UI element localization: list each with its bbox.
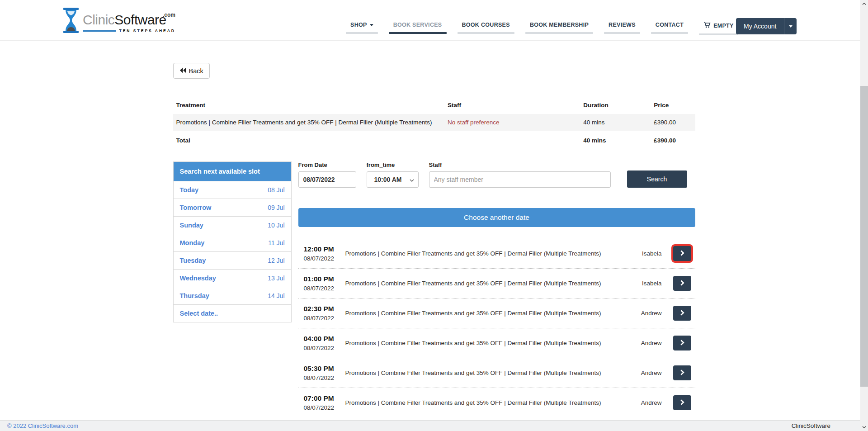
slot-staff: Isabela [642,280,662,287]
chevron-down-icon [370,24,373,26]
slot-row: 04:00 PM 08/07/2022 Promotions | Combine… [298,328,695,358]
slot-row: 07:00 PM 08/07/2022 Promotions | Combine… [298,388,695,417]
chevron-down-icon [789,25,793,28]
back-button[interactable]: Back [173,63,210,79]
brand-software: Software [114,12,166,27]
account-split-button: My Account [736,18,797,34]
slot-search-form: From Date from_time 10:00 AM Staff [298,161,695,188]
sidebar-item-select-date[interactable]: Select date.. [174,304,291,322]
slot-time: 04:00 PM [304,335,344,343]
staff-label: Staff [429,161,611,168]
total-duration: 40 mins [583,131,654,150]
slot-date: 08/07/2022 [304,255,344,262]
sidebar-item-monday[interactable]: Monday 11 Jul [174,234,291,251]
nav-underline [458,32,514,34]
footer-copyright-link[interactable]: © 2022 ClinicSoftware.com [7,422,78,429]
from-time-label: from_time [367,161,419,168]
book-slot-button[interactable] [673,246,691,261]
slot-row: 12:00 PM 08/07/2022 Promotions | Combine… [298,239,695,269]
logo[interactable]: ClinicSoftware .com TEN STEPS AHEAD [63,8,175,33]
book-slot-button[interactable] [673,306,691,321]
slot-treatment: Promotions | Combine Filler Treatments a… [345,369,641,376]
sidebar-item-thursday[interactable]: Thursday 14 Jul [174,287,291,304]
order-summary-table: Treatment Staff Duration Price Promotion… [173,97,695,150]
nav-underline [651,32,688,34]
sidebar-item-today[interactable]: Today 08 Jul [174,181,291,199]
account-dropdown-button[interactable] [784,18,797,34]
nav-reviews-label: REVIEWS [604,22,640,28]
next-available-sidebar: Search next available slot Today 08 Jul … [173,161,292,322]
nav-shop[interactable]: SHOP [346,22,378,35]
search-button[interactable]: Search [627,171,687,188]
choose-another-date-button[interactable]: Choose another date [298,208,695,227]
from-time-value: 10:00 AM [374,176,402,183]
book-slot-button[interactable] [673,336,691,350]
nav-shop-label: SHOP [350,22,367,28]
slot-time: 02:30 PM [304,305,344,313]
sidebar-item-sunday[interactable]: Sunday 10 Jul [174,216,291,234]
sidebar-item-tomorrow[interactable]: Tomorrow 09 Jul [174,199,291,216]
brand-clinic: Clinic [83,12,114,27]
order-staff-cell: No staff preference [448,114,583,131]
nav-book-courses[interactable]: BOOK COURSES [458,22,514,35]
slot-treatment: Promotions | Combine Filler Treatments a… [345,340,641,346]
slot-date: 08/07/2022 [304,404,344,411]
from-date-input[interactable] [298,171,356,188]
logo-underline [83,30,116,32]
col-treatment: Treatment [173,97,448,114]
scrollbar-down-icon[interactable] [860,423,868,431]
slot-row: 02:30 PM 08/07/2022 Promotions | Combine… [298,298,695,328]
sidebar-title: Search next available slot [174,162,291,181]
from-time-field: from_time 10:00 AM [367,161,419,188]
order-table-row: Promotions | Combine Filler Treatments a… [173,114,695,131]
my-account-button[interactable]: My Account [736,18,784,34]
slot-time: 05:30 PM [304,365,344,373]
slot-row: 01:00 PM 08/07/2022 Promotions | Combine… [298,269,695,298]
arrow-right-icon [680,310,684,317]
order-table-total-row: Total 40 mins £390.00 [173,131,695,150]
logo-text: ClinicSoftware .com TEN STEPS AHEAD [83,8,175,33]
nav-contact[interactable]: CONTACT [651,22,688,35]
scrollbar[interactable] [860,0,868,431]
slot-staff: Andrew [641,369,662,376]
arrow-right-icon [680,340,684,347]
from-date-label: From Date [298,161,356,168]
nav-cart[interactable]: EMPTY [699,22,738,35]
slot-staff: Andrew [641,340,662,346]
slot-treatment: Promotions | Combine Filler Treatments a… [345,310,641,317]
cart-icon [703,22,711,29]
col-staff: Staff [448,97,583,114]
slot-staff: Andrew [641,310,662,317]
scrollbar-thumb[interactable] [860,86,868,387]
slot-treatment: Promotions | Combine Filler Treatments a… [345,399,641,406]
slot-staff: Andrew [641,399,662,406]
hourglass-logo-icon [63,8,79,33]
scrollbar-up-icon[interactable] [860,0,868,8]
nav-book-courses-label: BOOK COURSES [458,22,514,28]
staff-field: Staff [429,161,611,188]
slot-treatment: Promotions | Combine Filler Treatments a… [345,280,642,287]
sidebar-item-wednesday[interactable]: Wednesday 13 Jul [174,269,291,287]
nav-underline [525,32,593,34]
book-slot-button[interactable] [673,395,691,410]
nav-underline [346,32,378,34]
book-slot-button[interactable] [673,365,691,380]
slot-list: 12:00 PM 08/07/2022 Promotions | Combine… [298,239,695,417]
back-icon [179,67,186,75]
nav-underline [699,33,738,35]
staff-input[interactable] [429,171,611,188]
nav-book-services[interactable]: BOOK SERVICES [389,22,447,35]
booking-area: Search next available slot Today 08 Jul … [173,161,695,417]
main-nav: SHOP BOOK SERVICES BOOK COURSES BOOK MEM… [346,22,738,35]
arrow-right-icon [680,250,684,257]
nav-reviews[interactable]: REVIEWS [604,22,640,35]
book-slot-button[interactable] [673,276,691,291]
from-time-select[interactable]: 10:00 AM [367,171,419,188]
sidebar-item-tuesday[interactable]: Tuesday 12 Jul [174,251,291,269]
nav-book-membership[interactable]: BOOK MEMBERSHIP [525,22,593,35]
nav-cart-label: EMPTY [713,23,734,29]
from-date-field: From Date [298,161,356,188]
nav-underline-active [389,32,447,34]
col-duration: Duration [583,97,654,114]
booking-main: From Date from_time 10:00 AM Staff [298,161,695,417]
